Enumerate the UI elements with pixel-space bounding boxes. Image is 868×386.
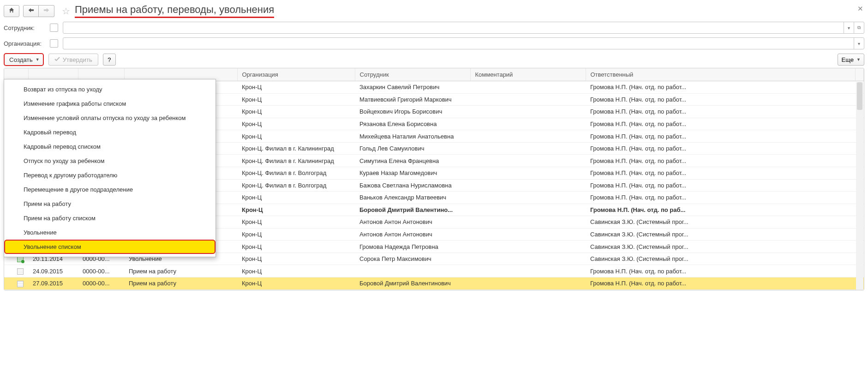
cell-comment <box>470 179 586 192</box>
cell-org: Крон-Ц <box>237 93 355 106</box>
cell-resp: Громова Н.П. (Нач. отд. по работ... <box>586 179 856 192</box>
cell-emp <box>355 265 470 277</box>
cell-comment <box>470 253 586 265</box>
cell-type: Прием на работу <box>124 265 237 277</box>
employee-input[interactable]: ▾ ⧉ <box>63 22 864 34</box>
more-label: Еще <box>842 56 854 63</box>
scroll-thumb[interactable] <box>857 82 862 110</box>
col-org[interactable]: Организация <box>237 68 355 81</box>
employee-checkbox[interactable] <box>50 24 58 32</box>
employee-label: Сотрудник: <box>4 24 45 31</box>
create-label: Создать <box>9 56 33 63</box>
cell-org: Крон-Ц <box>237 192 355 204</box>
cell-org: Крон-Ц <box>237 277 355 290</box>
menu-item[interactable]: Увольнение списком <box>4 240 216 254</box>
cell-resp: Громова Н.П. (Нач. отд. по работ... <box>586 106 856 118</box>
filter-row-org: Организация: ▾ <box>4 37 864 49</box>
cell-resp: Савинская З.Ю. (Системный прог... <box>586 241 856 253</box>
cell-resp: Савинская З.Ю. (Системный прог... <box>586 216 856 229</box>
cell-org: Крон-Ц <box>237 253 355 265</box>
cell-comment <box>470 81 586 94</box>
cell-resp: Савинская З.Ю. (Системный прог... <box>586 228 856 241</box>
expand-icon[interactable]: ⧉ <box>854 22 864 33</box>
cell-resp: Громова Н.П. (Нач. отд. по раб... <box>586 204 856 216</box>
menu-item[interactable]: Увольнение <box>4 225 216 240</box>
cell-emp: Матвиевский Григорий Маркович <box>355 93 470 106</box>
cell-comment <box>470 265 586 277</box>
cell-resp: Громова Н.П. (Нач. отд. по работ... <box>586 142 856 155</box>
back-button[interactable] <box>23 5 39 17</box>
help-label: ? <box>108 56 111 63</box>
col-scroll <box>856 68 864 81</box>
star-icon[interactable]: ☆ <box>62 6 70 17</box>
cell-comment <box>470 106 586 118</box>
cell-emp: Боровой Дмитрий Валентино... <box>355 204 470 216</box>
cell-emp: Захаркин Савелий Петрович <box>355 81 470 94</box>
nav-group <box>23 5 54 17</box>
cell-resp: Громова Н.П. (Нач. отд. по работ... <box>586 93 856 106</box>
employee-field[interactable] <box>63 22 844 33</box>
document-icon <box>17 268 24 275</box>
help-button[interactable]: ? <box>103 54 116 66</box>
more-button[interactable]: Еще ▼ <box>838 54 864 66</box>
cell-org: Крон-Ц <box>237 241 355 253</box>
menu-item[interactable]: Перемещение в другое подразделение <box>4 182 216 197</box>
approve-label: Утвердить <box>63 56 92 63</box>
filters: Сотрудник: ▾ ⧉ Организация: ▾ <box>4 22 864 49</box>
cell-resp: Громова Н.П. (Нач. отд. по работ... <box>586 277 856 290</box>
cell-org: Крон-Ц <box>237 81 355 94</box>
menu-item[interactable]: Кадровый перевод списком <box>4 139 216 154</box>
cell-emp: Бажова Светлана Нурисламовна <box>355 179 470 192</box>
cell-emp: Антонов Антон Антонович <box>355 216 470 229</box>
menu-item[interactable]: Кадровый перевод <box>4 125 216 139</box>
check-icon <box>54 56 60 63</box>
approve-button[interactable]: Утвердить <box>48 54 98 66</box>
title-wrap: ☆ Приемы на работу, переводы, увольнения <box>62 4 274 18</box>
close-icon[interactable]: ✕ <box>857 5 863 13</box>
cell-comment <box>470 155 586 167</box>
forward-button[interactable] <box>39 5 54 17</box>
home-icon <box>8 7 15 15</box>
menu-item[interactable]: Перевод к другому работодателю <box>4 168 216 182</box>
org-field[interactable] <box>63 38 854 49</box>
cell-resp: Громова Н.П. (Нач. отд. по работ... <box>586 130 856 143</box>
col-responsible[interactable]: Ответственный <box>586 68 856 81</box>
menu-item[interactable]: Прием на работу <box>4 197 216 211</box>
dropdown-icon[interactable]: ▾ <box>854 38 864 49</box>
dropdown-icon[interactable]: ▾ <box>844 22 854 33</box>
table-row[interactable]: 24.09.20150000-00...Прием на работуКрон-… <box>4 265 864 277</box>
cell-emp: Войцехович Игорь Борисович <box>355 106 470 118</box>
chevron-down-icon: ▼ <box>36 57 40 62</box>
col-employee[interactable]: Сотрудник <box>355 68 470 81</box>
filter-row-employee: Сотрудник: ▾ ⧉ <box>4 22 864 34</box>
topbar: ☆ Приемы на работу, переводы, увольнения… <box>4 4 864 18</box>
cell-org: Крон-Ц. Филиал в г. Волгоград <box>237 167 355 179</box>
create-button[interactable]: Создать ▼ <box>4 53 44 66</box>
cell-resp: Громова Н.П. (Нач. отд. по работ... <box>586 265 856 277</box>
org-input[interactable]: ▾ <box>63 37 864 49</box>
cell-org: Крон-Ц <box>237 204 355 216</box>
cell-emp: Кураев Назар Магомедович <box>355 167 470 179</box>
menu-item[interactable]: Изменение графика работы списком <box>4 96 216 111</box>
menu-item[interactable]: Отпуск по уходу за ребенком <box>4 154 216 168</box>
home-button[interactable] <box>4 5 19 17</box>
menu-item[interactable]: Прием на работу списком <box>4 211 216 225</box>
cell-resp: Громова Н.П. (Нач. отд. по работ... <box>586 155 856 167</box>
menu-item[interactable]: Изменение условий оплаты отпуска по уход… <box>4 111 216 125</box>
org-checkbox[interactable] <box>50 39 58 48</box>
cell-comment <box>470 241 586 253</box>
org-label: Организация: <box>4 40 45 47</box>
cell-num: 0000-00... <box>78 265 124 277</box>
menu-item[interactable]: Возврат из отпуска по уходу <box>4 82 216 96</box>
scrollbar[interactable] <box>856 82 863 290</box>
cell-resp: Савинская З.Ю. (Системный прог... <box>586 253 856 265</box>
cell-resp: Громова Н.П. (Нач. отд. по работ... <box>586 167 856 179</box>
cell-comment <box>470 277 586 290</box>
cell-comment <box>470 228 586 241</box>
cell-comment <box>470 167 586 179</box>
cell-org: Крон-Ц <box>237 265 355 277</box>
table-row[interactable]: 27.09.20150000-00...Прием на работуКрон-… <box>4 277 864 290</box>
cell-org: Крон-Ц. Филиал в г. Калининград <box>237 142 355 155</box>
col-comment[interactable]: Комментарий <box>470 68 586 81</box>
document-icon <box>17 281 24 287</box>
